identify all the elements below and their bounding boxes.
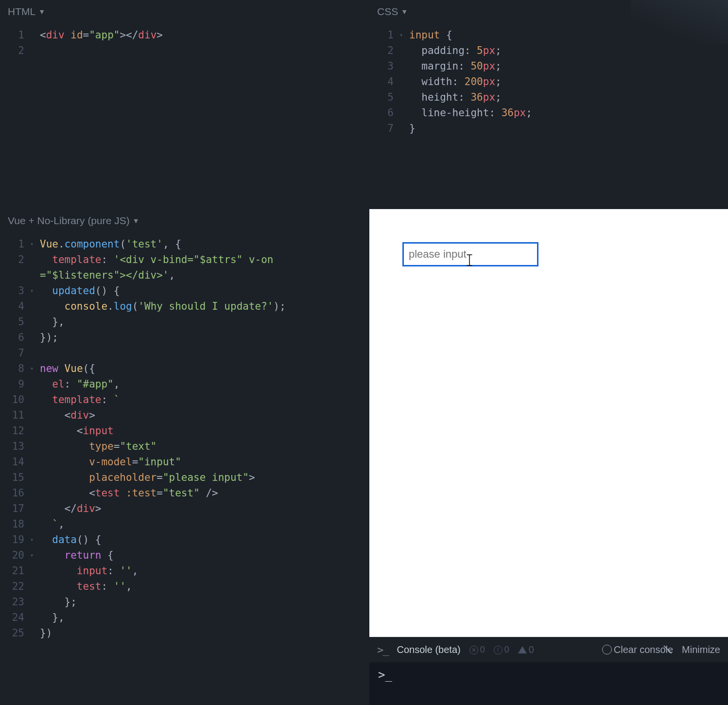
- code-line[interactable]: 24 },: [5, 610, 369, 625]
- code-line[interactable]: 12 <input: [5, 423, 369, 439]
- js-code-editor[interactable]: 1▾Vue.component('test', {2 template: '<d…: [0, 236, 369, 641]
- js-panel-header[interactable]: Vue + No-Library (pure JS) ▼: [0, 209, 369, 236]
- code-line[interactable]: 15 placeholder="please input">: [5, 470, 369, 485]
- code-line[interactable]: 25}): [5, 625, 369, 641]
- code-content: input {: [409, 27, 728, 43]
- html-panel-label: HTML: [8, 6, 35, 18]
- fold-toggle-icon[interactable]: ▾: [30, 361, 40, 376]
- code-line[interactable]: 8▾new Vue({: [5, 361, 369, 376]
- clear-console-button[interactable]: Clear console: [602, 644, 673, 655]
- console-error-badge[interactable]: ✕ 0: [469, 645, 485, 655]
- code-line[interactable]: 19▾ data() {: [5, 532, 369, 547]
- code-line[interactable]: 20▾ return {: [5, 547, 369, 563]
- code-line[interactable]: 7: [5, 345, 369, 361]
- html-editor-panel: HTML ▼ 1<div id="app"></div>2: [0, 0, 369, 209]
- code-line[interactable]: 2: [5, 43, 369, 58]
- line-number: 4: [5, 299, 30, 314]
- code-line[interactable]: 17 </div>: [5, 501, 369, 516]
- code-line[interactable]: 11 <div>: [5, 407, 369, 423]
- line-number: 20: [5, 547, 30, 563]
- css-code-editor[interactable]: 1▾input {2 padding: 5px;3 margin: 50px;4…: [369, 27, 728, 136]
- line-number: 2: [374, 43, 399, 58]
- fold-toggle-icon: [30, 299, 40, 314]
- code-content: }: [409, 121, 728, 136]
- code-content: ="$listeners"></div>',: [40, 267, 369, 283]
- fold-toggle-icon[interactable]: ▾: [30, 236, 40, 252]
- fold-toggle-icon: [30, 392, 40, 407]
- line-number: 8: [5, 361, 30, 376]
- minimize-console-button[interactable]: Minimize: [682, 644, 720, 655]
- console-warning-badge[interactable]: 0: [518, 644, 534, 655]
- code-line[interactable]: 14 v-model="input": [5, 454, 369, 470]
- html-code-editor[interactable]: 1<div id="app"></div>2: [0, 27, 369, 58]
- html-panel-header[interactable]: HTML ▼: [0, 0, 369, 27]
- code-line[interactable]: 7}: [374, 121, 728, 136]
- code-content: input: '',: [40, 563, 369, 579]
- code-line[interactable]: 2 template: '<div v-bind="$attrs" v-on: [5, 252, 369, 267]
- code-line[interactable]: 22 test: '',: [5, 579, 369, 594]
- fold-toggle-icon: [399, 43, 409, 58]
- line-number: 3: [5, 283, 30, 299]
- fold-toggle-icon: [399, 105, 409, 121]
- code-line[interactable]: 16 <test :test="test" />: [5, 485, 369, 501]
- code-line[interactable]: 3▾ updated() {: [5, 283, 369, 299]
- code-line[interactable]: 13 type="text": [5, 439, 369, 454]
- code-line[interactable]: 4 width: 200px;: [374, 74, 728, 89]
- code-line[interactable]: 9 el: "#app",: [5, 376, 369, 392]
- fold-toggle-icon: [30, 407, 40, 423]
- code-line[interactable]: 4 console.log('Why should I update?');: [5, 299, 369, 314]
- fold-toggle-icon[interactable]: ▾: [30, 532, 40, 547]
- code-content: line-height: 36px;: [409, 105, 728, 121]
- line-number: 5: [5, 314, 30, 330]
- code-line[interactable]: 1▾Vue.component('test', {: [5, 236, 369, 252]
- code-line[interactable]: 18 `,: [5, 516, 369, 532]
- code-content: template: '<div v-bind="$attrs" v-on: [40, 252, 369, 267]
- console-body[interactable]: >_: [369, 662, 728, 705]
- code-content: }): [40, 625, 369, 641]
- code-line[interactable]: 21 input: '',: [5, 563, 369, 579]
- fold-toggle-icon: [30, 485, 40, 501]
- fold-toggle-icon: [30, 610, 40, 625]
- line-number: 2: [5, 43, 30, 58]
- line-number: 16: [5, 485, 30, 501]
- demo-text-input[interactable]: [402, 242, 538, 266]
- error-icon: ✕: [469, 646, 478, 654]
- code-content: data() {: [40, 532, 369, 547]
- line-number: 17: [5, 501, 30, 516]
- line-number: 15: [5, 470, 30, 485]
- console-prompt-icon: >_: [377, 644, 388, 656]
- line-number: 24: [5, 610, 30, 625]
- code-line[interactable]: 10 template: `: [5, 392, 369, 407]
- console-info-badge[interactable]: ! 0: [494, 645, 509, 655]
- js-panel-label: Vue + No-Library (pure JS): [8, 215, 130, 227]
- code-line[interactable]: 2 padding: 5px;: [374, 43, 728, 58]
- console-prompt: >_: [378, 668, 392, 682]
- line-number: 2: [5, 252, 30, 267]
- code-content: [40, 345, 369, 361]
- line-number: 9: [5, 376, 30, 392]
- code-line[interactable]: 6});: [5, 330, 369, 345]
- code-line[interactable]: 3 margin: 50px;: [374, 58, 728, 74]
- code-line[interactable]: 23 };: [5, 594, 369, 610]
- line-number: 18: [5, 516, 30, 532]
- code-line[interactable]: 5 height: 36px;: [374, 89, 728, 105]
- code-content: </div>: [40, 501, 369, 516]
- code-line[interactable]: ="$listeners"></div>',: [5, 267, 369, 283]
- fold-toggle-icon[interactable]: ▾: [30, 547, 40, 563]
- css-panel-header[interactable]: CSS ▼: [369, 0, 728, 27]
- fold-toggle-icon: [30, 470, 40, 485]
- line-number: 12: [5, 423, 30, 439]
- code-line[interactable]: 5 },: [5, 314, 369, 330]
- code-line[interactable]: 6 line-height: 36px;: [374, 105, 728, 121]
- code-content: `,: [40, 516, 369, 532]
- fold-toggle-icon: [30, 314, 40, 330]
- fold-toggle-icon[interactable]: ▾: [30, 283, 40, 299]
- code-line[interactable]: 1<div id="app"></div>: [5, 27, 369, 43]
- code-line[interactable]: 1▾input {: [374, 27, 728, 43]
- line-number: 7: [374, 121, 399, 136]
- fold-toggle-icon: [30, 454, 40, 470]
- fold-toggle-icon[interactable]: ▾: [399, 27, 409, 43]
- code-content: [40, 43, 369, 58]
- fold-toggle-icon: [30, 345, 40, 361]
- line-number: 21: [5, 563, 30, 579]
